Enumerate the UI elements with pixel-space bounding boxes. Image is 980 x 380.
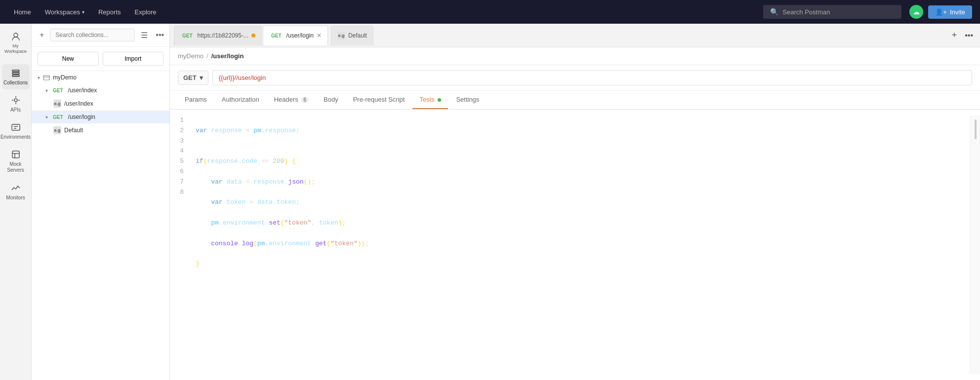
user-index-method: GET	[51, 87, 65, 94]
search-bar[interactable]: 🔍 Search Postman	[763, 5, 901, 19]
nav-explore[interactable]: Explore	[129, 5, 163, 19]
sidebar-item-mock-servers[interactable]: Mock Servers	[2, 146, 30, 177]
monitors-label: Monitors	[6, 195, 25, 200]
request-tabs: Params Authorization Headers 6 Body Pre-…	[170, 91, 980, 110]
search-placeholder: Search Postman	[782, 8, 830, 16]
req-tab-params[interactable]: Params	[178, 91, 214, 109]
tab-env[interactable]: e.g Default	[331, 26, 373, 45]
workspaces-chevron-icon: ▾	[82, 9, 84, 15]
tests-active-dot	[438, 98, 441, 102]
req-tab-authorization[interactable]: Authorization	[215, 91, 266, 109]
tab2-method: GET	[269, 33, 284, 39]
request-bar: GET ▾	[170, 65, 980, 91]
req-tab-body[interactable]: Body	[317, 91, 345, 109]
collection-name: myDemo	[53, 74, 77, 81]
sync-icon[interactable]: ☁	[909, 5, 923, 19]
user-index-env-label: /user/index	[64, 100, 93, 107]
svg-point-0	[14, 33, 18, 37]
svg-point-4	[14, 99, 17, 102]
user-login-default-label: Default	[64, 127, 83, 134]
tab1-label: https://1b822095-...	[198, 32, 248, 39]
req-tab-headers[interactable]: Headers 6	[267, 91, 316, 109]
mock-servers-label: Mock Servers	[4, 161, 28, 173]
new-tab-button[interactable]: +	[948, 28, 961, 42]
sidebar-item-monitors[interactable]: Monitors	[2, 179, 30, 204]
env-icon: e.g	[53, 100, 61, 108]
right-panel-handle	[970, 115, 980, 374]
breadcrumb-collection[interactable]: myDemo	[178, 52, 204, 60]
scroll-handle[interactable]	[975, 119, 977, 139]
tab1-method: GET	[180, 33, 195, 39]
nav-home[interactable]: Home	[8, 5, 37, 19]
user-login-method: GET	[51, 114, 65, 120]
user-index-env-item[interactable]: e.g /user/index	[32, 97, 169, 111]
user-login-default-item[interactable]: e.g Default	[32, 123, 169, 137]
user-index-label: /user/index	[68, 87, 97, 94]
collection-chevron-icon: ▾	[38, 75, 40, 80]
user-index-chevron-icon: ▾	[45, 88, 48, 93]
breadcrumb-separator: /	[206, 52, 208, 60]
nav-workspaces[interactable]: Workspaces ▾	[39, 5, 90, 19]
user-login-chevron-icon: ▾	[45, 114, 48, 120]
workspace-label: My Workspace	[4, 43, 28, 54]
tab2-label: /user/login	[286, 32, 314, 39]
collections-search-input[interactable]	[50, 29, 135, 41]
folder-icon	[43, 74, 50, 81]
default-env-icon: e.g	[53, 126, 61, 134]
collection-tree: ▾ myDemo ▾ GET /user/index e.g /user/ind…	[32, 71, 169, 137]
svg-rect-6	[12, 151, 19, 158]
sidebar-item-collections[interactable]: Collections	[2, 64, 30, 89]
new-button[interactable]: New	[38, 52, 99, 66]
code-editor[interactable]: 1 2 3 4 5 6 7 8 var response = pm.respon…	[170, 110, 980, 380]
user-index-group[interactable]: ▾ GET /user/index	[32, 84, 169, 97]
svg-rect-3	[12, 75, 19, 76]
line-numbers: 1 2 3 4 5 6 7 8	[170, 115, 190, 374]
breadcrumb: myDemo / /user/login	[170, 47, 980, 65]
main-layout: My Workspace Collections APIs Environmen…	[0, 24, 980, 380]
search-icon: 🔍	[770, 8, 778, 16]
main-content: GET https://1b822095-... GET /user/login…	[170, 24, 980, 380]
add-collection-button[interactable]: +	[38, 30, 46, 40]
svg-rect-5	[12, 124, 20, 130]
tab1-status-dot	[251, 34, 255, 38]
svg-rect-7	[43, 76, 49, 80]
collections-panel: + ☰ ••• New Import ▾ myDemo ▾ GET /user/…	[32, 24, 170, 380]
headers-badge: 6	[301, 97, 309, 103]
tabs-bar: GET https://1b822095-... GET /user/login…	[170, 24, 980, 47]
invite-icon: 👤+	[935, 8, 947, 16]
tabs-more-button[interactable]: •••	[962, 29, 976, 42]
apis-label: APIs	[10, 107, 21, 113]
tab-env-icon: e.g	[337, 32, 345, 39]
navbar: Home Workspaces ▾ Reports Explore 🔍 Sear…	[0, 0, 980, 24]
tab-user-login[interactable]: GET /user/login ✕	[263, 26, 328, 45]
environments-label: Environments	[0, 134, 31, 140]
method-chevron-icon: ▾	[200, 74, 203, 81]
panel-more-button[interactable]: •••	[154, 30, 166, 40]
nav-reports[interactable]: Reports	[92, 5, 127, 19]
panel-header: + ☰ •••	[32, 24, 169, 47]
method-dropdown[interactable]: GET ▾	[178, 71, 208, 85]
workspace-header[interactable]: My Workspace	[2, 28, 30, 58]
sidebar-item-environments[interactable]: Environments	[2, 118, 30, 144]
method-label: GET	[183, 74, 197, 81]
svg-rect-2	[12, 73, 19, 74]
collections-label: Collections	[3, 80, 28, 85]
req-tab-pre-request[interactable]: Pre-request Script	[346, 91, 412, 109]
sidebar-item-apis[interactable]: APIs	[2, 91, 30, 116]
collection-root[interactable]: ▾ myDemo	[32, 71, 169, 84]
user-login-label: /user/login	[68, 114, 95, 120]
req-tab-tests[interactable]: Tests	[412, 91, 448, 109]
filter-icon[interactable]: ☰	[139, 30, 150, 41]
code-content: var response = pm.response; if(response.…	[190, 115, 970, 374]
sidebar-icons: My Workspace Collections APIs Environmen…	[0, 24, 32, 380]
url-input[interactable]	[212, 70, 972, 85]
tab-get-url[interactable]: GET https://1b822095-...	[174, 26, 262, 45]
svg-rect-1	[12, 70, 19, 72]
req-tab-settings[interactable]: Settings	[449, 91, 486, 109]
user-login-group[interactable]: ▾ GET /user/login	[32, 111, 169, 123]
import-button[interactable]: Import	[103, 52, 164, 66]
invite-button[interactable]: 👤+ Invite	[928, 5, 972, 19]
tab-env-label: Default	[348, 32, 367, 39]
breadcrumb-request: /user/login	[211, 52, 244, 60]
tab-close-button[interactable]: ✕	[317, 33, 322, 38]
